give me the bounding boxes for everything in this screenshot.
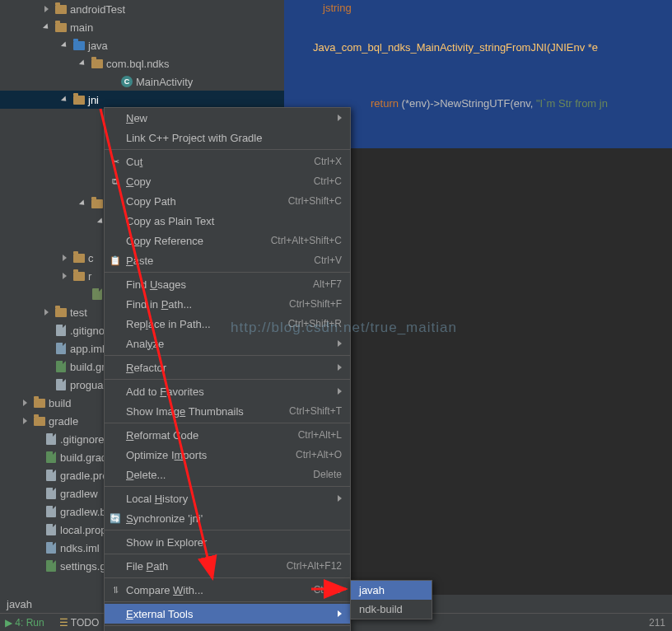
submenu-arrow-icon — [338, 364, 342, 371]
menu-shortcut: Ctrl+C — [314, 175, 342, 187]
tree-item-label: MainActivity — [136, 76, 193, 88]
menu-item-cut[interactable]: ✂CutCtrl+X — [105, 152, 350, 171]
chevron-right-icon[interactable] — [63, 255, 67, 261]
chevron-right-icon[interactable] — [23, 400, 27, 406]
menu-item-copy-path[interactable]: Copy PathCtrl+Shift+C — [105, 191, 350, 211]
menu-icon: 📋 — [109, 254, 122, 267]
tree-item-label: gradle — [49, 415, 78, 428]
folder-icon — [55, 3, 67, 15]
chevron-down-icon[interactable] — [79, 59, 86, 67]
menu-label: External Tools — [126, 608, 334, 620]
iml-icon — [55, 343, 67, 354]
menu-label: Refactor — [126, 362, 334, 374]
menu-label: Compare With... — [126, 584, 314, 596]
code-line: return (*env)->NewStringUTF(env, "I`m St… — [371, 97, 608, 110]
menu-item-show-image-thumbnails[interactable]: Show Image ThumbnailsCtrl+Shift+T — [105, 401, 350, 421]
tree-item-label: c — [88, 252, 94, 264]
xml-icon — [91, 288, 103, 300]
menu-item-create-gist[interactable]: ⊕Create Gist... — [105, 628, 350, 631]
menu-shortcut: Alt+F7 — [313, 278, 342, 290]
tree-item-jni[interactable]: jni — [0, 91, 284, 109]
submenu-arrow-icon — [338, 610, 342, 617]
menu-item-find-in-path[interactable]: Find in Path...Ctrl+Shift+F — [105, 294, 350, 314]
menu-label: Copy — [126, 175, 314, 188]
file-icon — [45, 433, 57, 445]
tree-item-label: androidTest — [70, 3, 125, 16]
menu-item-synchronize-jni[interactable]: 🔄Synchronize 'jni' — [105, 508, 350, 528]
menu-label: Find in Path... — [126, 298, 289, 311]
tree-item-label: .gitigno — [70, 325, 105, 337]
tree-item-label: .gitignore — [60, 433, 104, 446]
chevron-down-icon[interactable] — [61, 96, 68, 103]
menu-item-file-path[interactable]: File PathCtrl+Alt+F12 — [105, 556, 350, 576]
menu-item-compare-with[interactable]: ⥮Compare With...Ctrl+D — [105, 580, 350, 600]
tree-item-label: app.iml — [70, 343, 105, 355]
menu-item-add-to-favorites[interactable]: Add to Favorites — [105, 381, 350, 401]
tree-item-label: ndks.iml — [60, 542, 100, 554]
menu-label: File Path — [126, 560, 287, 573]
folder-icon — [34, 415, 45, 427]
menu-item-show-in-explorer[interactable]: Show in Explorer — [105, 532, 350, 552]
chevron-down-icon[interactable] — [79, 199, 86, 207]
menu-item-external-tools[interactable]: External Tools — [105, 604, 350, 624]
class-icon: C — [121, 76, 133, 87]
menu-item-paste[interactable]: 📋PasteCtrl+V — [105, 250, 350, 270]
menu-item-copy-as-plain-text[interactable]: Copy as Plain Text — [105, 211, 350, 231]
file-icon — [45, 488, 57, 499]
menu-item-optimize-imports[interactable]: Optimize ImportsCtrl+Alt+O — [105, 445, 350, 465]
tree-item-com.bql.ndks[interactable]: com.bql.ndks — [0, 54, 284, 72]
chevron-down-icon[interactable] — [61, 41, 68, 49]
menu-label: Optimize Imports — [126, 449, 296, 461]
tree-item-label: r — [88, 270, 91, 283]
menu-shortcut: Ctrl+Alt+Shift+C — [271, 235, 342, 246]
menu-item-local-history[interactable]: Local History — [105, 488, 350, 508]
submenu-item-ndk-build[interactable]: ndk-build — [351, 600, 432, 619]
tree-item-androidTest[interactable]: androidTest — [0, 0, 284, 18]
chevron-down-icon[interactable] — [43, 23, 50, 30]
menu-label: Copy Path — [126, 195, 288, 208]
menu-label: Find Usages — [126, 278, 313, 291]
context-submenu[interactable]: javahndk-build — [350, 580, 432, 619]
menu-label: Paste — [126, 255, 314, 267]
gr-icon — [55, 361, 67, 372]
todo-tab[interactable]: ☰ TODO — [59, 617, 100, 629]
menu-item-reformat-code[interactable]: Reformat CodeCtrl+Alt+L — [105, 425, 350, 445]
menu-icon: ✂ — [109, 155, 122, 168]
menu-item-refactor[interactable]: Refactor — [105, 358, 350, 377]
menu-item-analyze[interactable]: Analyze — [105, 334, 350, 353]
chevron-right-icon[interactable] — [44, 6, 49, 12]
tree-item-MainActivity[interactable]: CMainActivity — [0, 72, 284, 91]
menu-item-copy[interactable]: ⧉CopyCtrl+C — [105, 171, 350, 191]
cursor-position: 211 — [649, 617, 665, 629]
folder-icon — [91, 198, 103, 209]
menu-item-link-c-project-with-gradle[interactable]: Link C++ Project with Gradle — [105, 128, 350, 147]
context-menu[interactable]: NewLink C++ Project with Gradle✂CutCtrl+… — [104, 107, 351, 631]
menu-item-delete[interactable]: Delete...Delete — [105, 465, 350, 484]
chevron-right-icon[interactable] — [23, 418, 27, 424]
tree-item-label: progua — [70, 379, 103, 391]
submenu-arrow-icon — [338, 388, 342, 395]
gr-icon — [45, 451, 57, 463]
menu-item-find-usages[interactable]: Find UsagesAlt+F7 — [105, 274, 350, 294]
menu-label: Cut — [126, 156, 314, 168]
submenu-arrow-icon — [338, 115, 342, 121]
menu-shortcut: Ctrl+Shift+T — [289, 405, 342, 417]
menu-shortcut: Ctrl+Alt+F12 — [287, 560, 342, 572]
folder-icon — [73, 252, 85, 264]
tree-item-main[interactable]: main — [0, 18, 284, 36]
submenu-item-javah[interactable]: javah — [351, 581, 432, 600]
chevron-right-icon[interactable] — [44, 309, 49, 316]
submenu-arrow-icon — [338, 495, 342, 502]
run-tab[interactable]: 4: Run — [5, 617, 44, 629]
menu-item-new[interactable]: New — [105, 108, 350, 128]
menu-label: Show in Explorer — [126, 536, 342, 549]
folder-icon — [34, 397, 45, 409]
chevron-right-icon[interactable] — [63, 273, 67, 279]
code-line: Java_com_bql_ndks_MainActivity_stringFro… — [313, 41, 598, 54]
menu-shortcut: Ctrl+Alt+O — [296, 449, 342, 460]
menu-label: New — [126, 112, 334, 124]
menu-item-copy-reference[interactable]: Copy ReferenceCtrl+Alt+Shift+C — [105, 231, 350, 250]
menu-label: Reformat Code — [126, 429, 298, 442]
menu-label: Copy as Plain Text — [126, 215, 342, 227]
tree-item-java[interactable]: java — [0, 36, 284, 54]
